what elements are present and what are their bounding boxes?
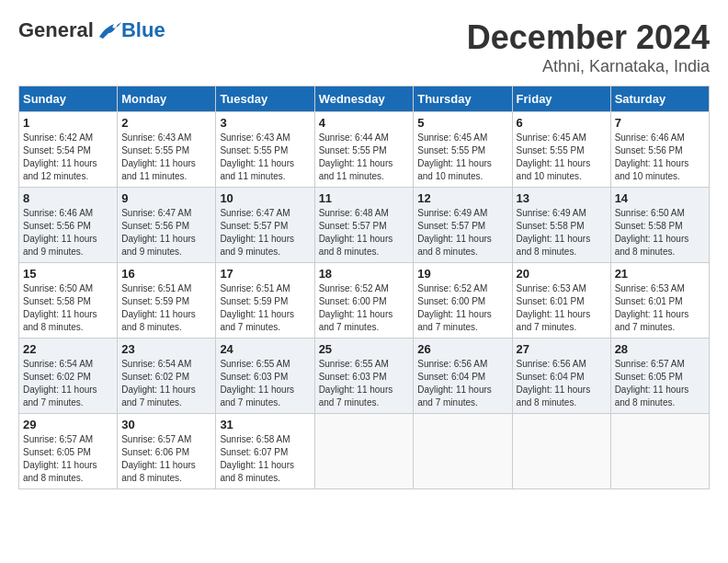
day-number: 16 bbox=[121, 267, 211, 281]
logo-blue-text: Blue bbox=[121, 18, 165, 42]
col-header-sunday: Sunday bbox=[19, 86, 118, 112]
calendar-cell: 9Sunrise: 6:47 AMSunset: 5:56 PMDaylight… bbox=[118, 188, 216, 263]
day-number: 1 bbox=[23, 116, 113, 130]
col-header-tuesday: Tuesday bbox=[216, 86, 314, 112]
calendar-table: SundayMondayTuesdayWednesdayThursdayFrid… bbox=[18, 86, 710, 489]
day-info: Sunrise: 6:48 AMSunset: 5:57 PMDaylight:… bbox=[319, 207, 410, 259]
calendar-cell: 3Sunrise: 6:43 AMSunset: 5:55 PMDaylight… bbox=[216, 112, 314, 188]
day-info: Sunrise: 6:54 AMSunset: 6:02 PMDaylight:… bbox=[23, 358, 113, 409]
calendar-cell: 30Sunrise: 6:57 AMSunset: 6:06 PMDayligh… bbox=[118, 414, 216, 489]
day-number: 5 bbox=[417, 116, 507, 130]
logo-general-text: General bbox=[18, 18, 94, 42]
col-header-saturday: Saturday bbox=[610, 86, 709, 112]
calendar-cell: 20Sunrise: 6:53 AMSunset: 6:01 PMDayligh… bbox=[512, 263, 610, 339]
day-info: Sunrise: 6:50 AMSunset: 5:58 PMDaylight:… bbox=[23, 282, 113, 334]
day-info: Sunrise: 6:51 AMSunset: 5:59 PMDaylight:… bbox=[121, 282, 211, 334]
calendar-cell: 22Sunrise: 6:54 AMSunset: 6:02 PMDayligh… bbox=[19, 339, 118, 414]
day-number: 8 bbox=[23, 191, 113, 205]
calendar-cell: 21Sunrise: 6:53 AMSunset: 6:01 PMDayligh… bbox=[610, 263, 709, 339]
col-header-wednesday: Wednesday bbox=[314, 86, 414, 112]
day-number: 7 bbox=[615, 116, 705, 130]
calendar-week-row: 15Sunrise: 6:50 AMSunset: 5:58 PMDayligh… bbox=[19, 263, 710, 339]
calendar-cell: 25Sunrise: 6:55 AMSunset: 6:03 PMDayligh… bbox=[314, 339, 414, 414]
logo: General Blue bbox=[18, 18, 165, 42]
calendar-week-row: 8Sunrise: 6:46 AMSunset: 5:56 PMDaylight… bbox=[19, 188, 710, 263]
calendar-week-row: 22Sunrise: 6:54 AMSunset: 6:02 PMDayligh… bbox=[19, 339, 710, 414]
day-info: Sunrise: 6:46 AMSunset: 5:56 PMDaylight:… bbox=[23, 207, 113, 259]
day-info: Sunrise: 6:49 AMSunset: 5:57 PMDaylight:… bbox=[417, 207, 507, 259]
day-number: 3 bbox=[220, 116, 310, 130]
day-info: Sunrise: 6:47 AMSunset: 5:56 PMDaylight:… bbox=[121, 207, 211, 259]
location-subtitle: Athni, Karnataka, India bbox=[467, 57, 710, 76]
day-info: Sunrise: 6:57 AMSunset: 6:05 PMDaylight:… bbox=[615, 358, 705, 409]
day-info: Sunrise: 6:50 AMSunset: 5:58 PMDaylight:… bbox=[615, 207, 705, 259]
day-number: 22 bbox=[23, 342, 113, 356]
col-header-friday: Friday bbox=[512, 86, 610, 112]
day-info: Sunrise: 6:46 AMSunset: 5:56 PMDaylight:… bbox=[615, 132, 705, 183]
day-number: 4 bbox=[319, 116, 410, 130]
calendar-cell bbox=[610, 414, 709, 489]
calendar-cell: 12Sunrise: 6:49 AMSunset: 5:57 PMDayligh… bbox=[414, 188, 512, 263]
day-number: 19 bbox=[417, 267, 507, 281]
day-info: Sunrise: 6:53 AMSunset: 6:01 PMDaylight:… bbox=[517, 282, 607, 334]
day-number: 9 bbox=[121, 191, 211, 205]
day-number: 29 bbox=[23, 418, 113, 431]
calendar-cell: 26Sunrise: 6:56 AMSunset: 6:04 PMDayligh… bbox=[414, 339, 512, 414]
title-block: December 2024 Athni, Karnataka, India bbox=[467, 18, 710, 76]
logo-bird-icon bbox=[96, 20, 121, 40]
day-info: Sunrise: 6:57 AMSunset: 6:06 PMDaylight:… bbox=[121, 433, 211, 485]
day-number: 27 bbox=[517, 342, 607, 356]
calendar-week-row: 29Sunrise: 6:57 AMSunset: 6:05 PMDayligh… bbox=[19, 414, 710, 489]
day-info: Sunrise: 6:49 AMSunset: 5:58 PMDaylight:… bbox=[517, 207, 607, 259]
calendar-cell: 2Sunrise: 6:43 AMSunset: 5:55 PMDaylight… bbox=[118, 112, 216, 188]
calendar-cell bbox=[512, 414, 610, 489]
day-number: 18 bbox=[319, 267, 410, 281]
col-header-thursday: Thursday bbox=[414, 86, 512, 112]
day-number: 11 bbox=[319, 191, 410, 205]
calendar-cell: 19Sunrise: 6:52 AMSunset: 6:00 PMDayligh… bbox=[414, 263, 512, 339]
day-number: 2 bbox=[121, 116, 211, 130]
calendar-cell: 29Sunrise: 6:57 AMSunset: 6:05 PMDayligh… bbox=[19, 414, 118, 489]
calendar-cell: 24Sunrise: 6:55 AMSunset: 6:03 PMDayligh… bbox=[216, 339, 314, 414]
day-info: Sunrise: 6:53 AMSunset: 6:01 PMDaylight:… bbox=[615, 282, 705, 334]
calendar-cell: 14Sunrise: 6:50 AMSunset: 5:58 PMDayligh… bbox=[610, 188, 709, 263]
day-info: Sunrise: 6:56 AMSunset: 6:04 PMDaylight:… bbox=[417, 358, 507, 409]
day-number: 24 bbox=[220, 342, 310, 356]
calendar-cell: 7Sunrise: 6:46 AMSunset: 5:56 PMDaylight… bbox=[610, 112, 709, 188]
day-number: 28 bbox=[615, 342, 705, 356]
day-number: 30 bbox=[121, 418, 211, 431]
day-info: Sunrise: 6:51 AMSunset: 5:59 PMDaylight:… bbox=[220, 282, 310, 334]
calendar-cell: 1Sunrise: 6:42 AMSunset: 5:54 PMDaylight… bbox=[19, 112, 118, 188]
day-info: Sunrise: 6:56 AMSunset: 6:04 PMDaylight:… bbox=[517, 358, 607, 409]
day-number: 25 bbox=[319, 342, 410, 356]
calendar-cell: 8Sunrise: 6:46 AMSunset: 5:56 PMDaylight… bbox=[19, 188, 118, 263]
day-number: 21 bbox=[615, 267, 705, 281]
day-info: Sunrise: 6:43 AMSunset: 5:55 PMDaylight:… bbox=[220, 132, 310, 183]
day-number: 13 bbox=[517, 191, 607, 205]
calendar-cell: 23Sunrise: 6:54 AMSunset: 6:02 PMDayligh… bbox=[118, 339, 216, 414]
day-info: Sunrise: 6:42 AMSunset: 5:54 PMDaylight:… bbox=[23, 132, 113, 183]
calendar-cell: 13Sunrise: 6:49 AMSunset: 5:58 PMDayligh… bbox=[512, 188, 610, 263]
day-info: Sunrise: 6:55 AMSunset: 6:03 PMDaylight:… bbox=[319, 358, 410, 409]
calendar-cell: 16Sunrise: 6:51 AMSunset: 5:59 PMDayligh… bbox=[118, 263, 216, 339]
calendar-cell: 31Sunrise: 6:58 AMSunset: 6:07 PMDayligh… bbox=[216, 414, 314, 489]
calendar-cell: 10Sunrise: 6:47 AMSunset: 5:57 PMDayligh… bbox=[216, 188, 314, 263]
calendar-cell: 27Sunrise: 6:56 AMSunset: 6:04 PMDayligh… bbox=[512, 339, 610, 414]
calendar-cell: 4Sunrise: 6:44 AMSunset: 5:55 PMDaylight… bbox=[314, 112, 414, 188]
day-info: Sunrise: 6:57 AMSunset: 6:05 PMDaylight:… bbox=[23, 433, 113, 485]
col-header-monday: Monday bbox=[118, 86, 216, 112]
calendar-cell: 5Sunrise: 6:45 AMSunset: 5:55 PMDaylight… bbox=[414, 112, 512, 188]
month-title: December 2024 bbox=[467, 18, 710, 57]
page-header: General Blue December 2024 Athni, Karnat… bbox=[18, 18, 710, 76]
calendar-week-row: 1Sunrise: 6:42 AMSunset: 5:54 PMDaylight… bbox=[19, 112, 710, 188]
day-info: Sunrise: 6:47 AMSunset: 5:57 PMDaylight:… bbox=[220, 207, 310, 259]
calendar-cell: 17Sunrise: 6:51 AMSunset: 5:59 PMDayligh… bbox=[216, 263, 314, 339]
day-number: 15 bbox=[23, 267, 113, 281]
day-number: 10 bbox=[220, 191, 310, 205]
day-number: 31 bbox=[220, 418, 310, 431]
day-number: 20 bbox=[517, 267, 607, 281]
calendar-cell: 18Sunrise: 6:52 AMSunset: 6:00 PMDayligh… bbox=[314, 263, 414, 339]
day-info: Sunrise: 6:52 AMSunset: 6:00 PMDaylight:… bbox=[417, 282, 507, 334]
day-info: Sunrise: 6:44 AMSunset: 5:55 PMDaylight:… bbox=[319, 132, 410, 183]
day-number: 17 bbox=[220, 267, 310, 281]
